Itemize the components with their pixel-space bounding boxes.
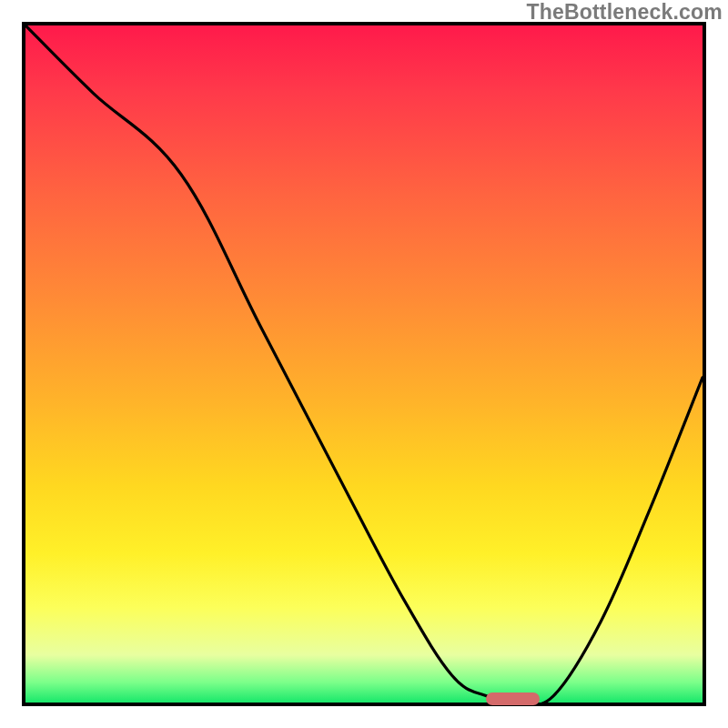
chart-frame bbox=[22, 22, 706, 706]
bottleneck-curve-path bbox=[25, 25, 703, 703]
watermark-text: TheBottleneck.com bbox=[526, 0, 723, 25]
optimal-point-marker bbox=[486, 693, 541, 705]
chart-curve-svg bbox=[25, 25, 703, 703]
